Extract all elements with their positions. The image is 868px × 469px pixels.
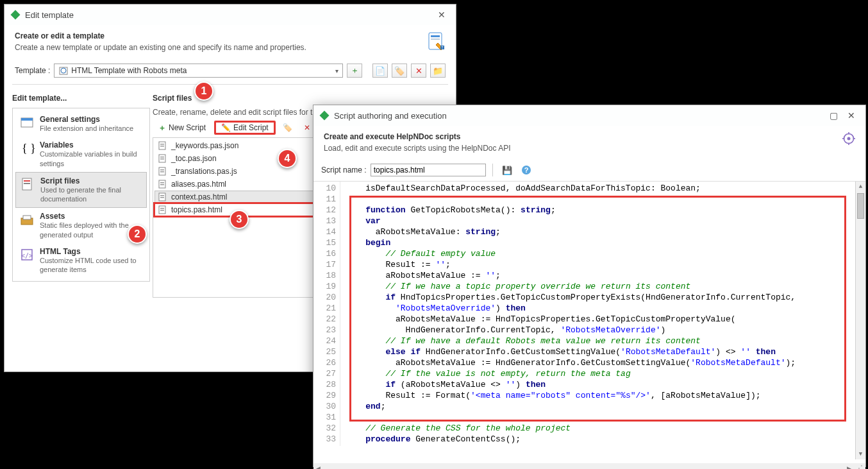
nav-label: General settings	[40, 115, 133, 124]
template-value: HTML Template with Robots meta	[71, 66, 187, 75]
script-authoring-window: Script authoring and execution ▢ ✕ Creat…	[313, 105, 866, 467]
code-line: Result := '';	[346, 259, 865, 270]
file-name: _keywords.pas.json	[171, 141, 238, 150]
svg-marker-36	[320, 111, 330, 121]
html-icon	[58, 65, 69, 76]
code-line: isDefaultSearchDataProcessed, doAddSearc…	[346, 183, 865, 194]
file-name: aliases.pas.html	[171, 180, 226, 189]
edit-script-button[interactable]: ✏️ Edit Script	[214, 121, 276, 135]
edit-script-label: Edit Script	[233, 123, 269, 132]
nav-item-script-files[interactable]: Script files Used to generate the final …	[15, 172, 147, 209]
svg-rect-31	[160, 195, 164, 196]
left-section-title: Edit template...	[12, 94, 150, 103]
code-line	[346, 412, 865, 423]
file-icon	[157, 141, 167, 151]
nav-list: General settings File extension and inhe…	[12, 108, 150, 282]
maximize-icon[interactable]: ▢	[824, 108, 842, 123]
svg-rect-34	[160, 208, 164, 209]
dialog-title: Create or edit a template	[15, 31, 417, 40]
nav-desc: Customize HTML code used to generate ite…	[40, 256, 143, 275]
script-name-input[interactable]	[371, 164, 486, 176]
svg-rect-15	[23, 216, 31, 219]
code-line: HndGeneratorInfo.CurrentTopic, 'RobotsMe…	[346, 325, 865, 336]
dialog-title: Create and execute HelpNDoc scripts	[324, 132, 835, 141]
nav-desc: Customizable variables in build settings	[40, 149, 143, 168]
svg-rect-35	[160, 210, 164, 211]
svg-rect-22	[160, 157, 164, 158]
file-name: _translations.pas.js	[171, 167, 237, 176]
code-line: // If the value is not empty, return the…	[346, 368, 865, 379]
add-template-button[interactable]: ＋	[347, 64, 362, 78]
annotation-badge-2: 2	[128, 225, 147, 244]
code-line: Result := Format('<meta name="robots" co…	[346, 390, 865, 401]
help-button[interactable]: ?	[519, 163, 534, 177]
svg-rect-29	[160, 184, 164, 185]
nav-label: Variables	[40, 141, 143, 149]
dialog-header: Create or edit a template Create a new t…	[4, 25, 456, 60]
script-name-row: Script name : 💾 ?	[313, 160, 865, 180]
script-name-label: Script name :	[321, 166, 367, 175]
nav-desc: Used to generate the final documentation	[40, 185, 142, 204]
code-line: aRobotsMetaValue := '';	[346, 270, 865, 281]
rename-script-button[interactable]: 🏷️	[278, 121, 297, 135]
code-line	[346, 194, 865, 205]
svg-text:?: ?	[524, 166, 528, 174]
new-script-button[interactable]: ＋ New Script	[153, 121, 212, 135]
nav-item-variables[interactable]: { } Variables Customizable variables in …	[15, 137, 147, 172]
file-icon	[157, 179, 167, 189]
svg-text:</>: </>	[21, 252, 33, 259]
rename-template-button[interactable]: 🏷️	[392, 64, 407, 78]
file-name: topics.pas.html	[171, 205, 222, 214]
code-line: else if HndGeneratorInfo.GetCustomSettin…	[346, 346, 865, 357]
nav-label: HTML Tags	[40, 247, 143, 256]
svg-point-38	[847, 137, 851, 141]
window-title: Script authoring and execution	[334, 111, 824, 121]
svg-text:T: T	[441, 46, 443, 49]
open-folder-button[interactable]: 📁	[430, 64, 446, 78]
nav-label: Script files	[40, 176, 142, 185]
code-line: var	[346, 216, 865, 226]
close-icon[interactable]: ✕	[842, 108, 860, 123]
code-editor[interactable]: 1011121314151617181920212223242526272829…	[313, 182, 865, 459]
code-line: 'RobotsMetaOverride') then	[346, 303, 865, 314]
file-icon	[157, 166, 167, 176]
vertical-scrollbar[interactable]: ▲ ▼	[855, 182, 865, 459]
nav-item-general-settings[interactable]: General settings File extension and inhe…	[15, 111, 147, 137]
copy-template-button[interactable]: 📄	[372, 64, 388, 78]
nav-item-html-tags[interactable]: </> HTML Tags Customize HTML code used t…	[15, 243, 147, 278]
nav-label: Assets	[40, 212, 143, 221]
left-panel: Edit template... General settings File e…	[12, 90, 150, 298]
code-line: // If we have a topic property override …	[346, 281, 865, 292]
file-icon	[157, 205, 167, 215]
line-gutter: 1011121314151617181920212223242526272829…	[313, 182, 340, 446]
resize-grip-icon[interactable]: ⋰	[855, 464, 863, 469]
close-icon[interactable]: ✕	[433, 7, 451, 22]
code-line: function GetTopicRobotsMeta(): string;	[346, 205, 865, 216]
file-icon	[157, 192, 167, 202]
file-name: _toc.pas.json	[171, 154, 217, 163]
nav-item-assets[interactable]: Assets Static files deployed with the ge…	[15, 208, 147, 243]
nav-icon	[19, 115, 35, 130]
svg-rect-26	[160, 171, 164, 173]
nav-icon: </>	[19, 247, 35, 262]
code-line: // Default empty value	[346, 248, 865, 259]
svg-rect-32	[160, 197, 164, 198]
nav-icon	[19, 212, 35, 227]
code-line: aRobotsMetaValue := HndGeneratorInfo.Get…	[346, 357, 865, 368]
help-icon: ?	[521, 165, 531, 175]
template-label: Template :	[15, 66, 50, 75]
code-line: // If we have a default Robots meta valu…	[346, 336, 865, 346]
horizontal-scrollbar[interactable]: ◀ ▶ ⋰	[313, 463, 865, 469]
delete-template-button[interactable]: ✕	[411, 64, 426, 78]
svg-rect-9	[21, 118, 33, 121]
code-line: begin	[346, 237, 865, 248]
chevron-down-icon: ▾	[335, 67, 338, 74]
template-dropdown[interactable]: HTML Template with Robots meta ▾	[54, 64, 343, 78]
svg-rect-2	[431, 35, 440, 37]
code-area[interactable]: isDefaultSearchDataProcessed, doAddSearc…	[340, 182, 865, 446]
titlebar: Edit template ✕	[4, 4, 456, 25]
save-script-button[interactable]: 💾	[499, 163, 515, 177]
code-line: // Generate the CSS for the whole projec…	[346, 423, 865, 434]
annotation-badge-4: 4	[278, 149, 297, 168]
new-script-label: New Script	[169, 123, 206, 132]
